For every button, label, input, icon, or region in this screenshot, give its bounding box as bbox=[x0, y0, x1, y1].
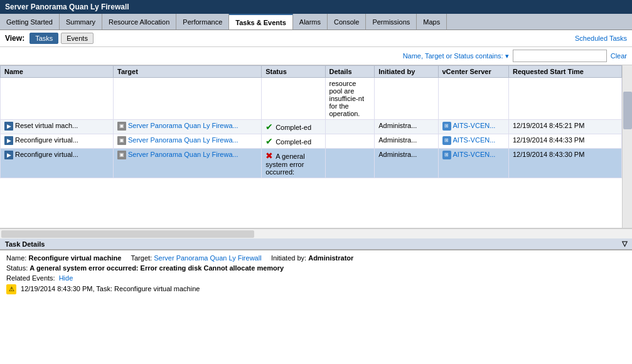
cell-target: ▣Server Panorama Quan Ly Firewa... bbox=[114, 134, 262, 149]
name-value: Reconfigure virtual machine bbox=[28, 254, 121, 262]
tab-alarms[interactable]: Alarms bbox=[293, 14, 328, 29]
hide-link[interactable]: Hide bbox=[59, 274, 73, 282]
filter-label: Name, Target or Status contains: bbox=[403, 52, 503, 60]
table-row[interactable]: ▶Reconfigure virtual...▣Server Panorama … bbox=[1, 149, 622, 178]
tab-bar: Getting StartedSummaryResource Allocatio… bbox=[0, 14, 632, 30]
hscroll-track[interactable] bbox=[1, 230, 254, 238]
cell-status: ✖ A general system error occurred: bbox=[262, 149, 325, 178]
table-body: resource pool are insufficie-nt for the … bbox=[1, 78, 622, 178]
event-icon: ⚠ bbox=[6, 284, 16, 294]
cell-status bbox=[262, 78, 325, 120]
task-details-section: Task Details ▽ Name: Reconfigure virtual… bbox=[0, 238, 632, 301]
cell-vcenter bbox=[438, 78, 509, 120]
initiated-label: Initiated by: bbox=[271, 254, 306, 262]
tab-tasks-events[interactable]: Tasks & Events bbox=[229, 14, 293, 29]
vm-icon: ▶ bbox=[4, 151, 13, 159]
cell-details bbox=[325, 120, 375, 134]
table-row[interactable]: resource pool are insufficie-nt for the … bbox=[1, 78, 622, 120]
col-header-initiated: Initiated by bbox=[375, 66, 438, 78]
tab-performance[interactable]: Performance bbox=[176, 14, 229, 29]
name-label: Name: bbox=[6, 254, 26, 262]
col-header-name: Name bbox=[1, 66, 114, 78]
tab-tasks[interactable]: Tasks bbox=[29, 33, 58, 44]
name-text: Reset virtual mach... bbox=[15, 122, 78, 129]
tab-summary[interactable]: Summary bbox=[60, 14, 102, 29]
status-ok-icon: ✔ bbox=[265, 136, 276, 146]
vm-icon: ▶ bbox=[4, 136, 13, 145]
tab-resource-allocation[interactable]: Resource Allocation bbox=[102, 14, 176, 29]
filter-bar: Name, Target or Status contains: ▾ Clear bbox=[0, 47, 632, 65]
server-icon: ▣ bbox=[117, 151, 126, 159]
tab-events[interactable]: Events bbox=[61, 33, 94, 44]
col-header-requested: Requested Start Time bbox=[509, 66, 622, 78]
status-err-icon: ✖ bbox=[265, 151, 276, 161]
title-bar: Server Panorama Quan Ly Firewall bbox=[0, 0, 632, 14]
cell-requested: 12/19/2014 8:45:21 PM bbox=[509, 120, 622, 134]
vcenter-link[interactable]: AITS-VCEN... bbox=[453, 151, 496, 158]
target-link[interactable]: Server Panorama Quan Ly Firewa... bbox=[128, 151, 238, 158]
scheduled-tasks-link[interactable]: Scheduled Tasks bbox=[575, 35, 627, 42]
cell-name: ▶Reconfigure virtual... bbox=[1, 149, 114, 178]
view-label: View: bbox=[5, 34, 24, 43]
name-text: Reconfigure virtual... bbox=[15, 151, 78, 158]
server-icon: ▣ bbox=[117, 136, 126, 145]
status-ok-icon: ✔ bbox=[265, 122, 276, 132]
tab-console[interactable]: Console bbox=[328, 14, 366, 29]
tab-maps[interactable]: Maps bbox=[417, 14, 447, 29]
col-header-status: Status bbox=[262, 66, 325, 78]
vertical-scrollbar[interactable] bbox=[622, 65, 632, 228]
task-detail-main: Name: Reconfigure virtual machine Target… bbox=[6, 254, 626, 262]
filter-dropdown[interactable]: Name, Target or Status contains: ▾ bbox=[403, 52, 509, 60]
cell-initiated: Administra... bbox=[375, 134, 438, 149]
task-event-row: ⚠ 12/19/2014 8:43:30 PM, Task: Reconfigu… bbox=[6, 284, 626, 294]
related-events-label: Related Events: bbox=[6, 274, 55, 282]
table-row[interactable]: ▶Reconfigure virtual...▣Server Panorama … bbox=[1, 134, 622, 149]
filter-dropdown-icon[interactable]: ▾ bbox=[505, 52, 509, 60]
cell-details bbox=[325, 149, 375, 178]
col-header-details: Details bbox=[325, 66, 375, 78]
event-text: 12/19/2014 8:43:30 PM, Task: Reconfigure… bbox=[21, 285, 200, 292]
vm-icon: ▶ bbox=[4, 122, 13, 131]
cell-target: ▣Server Panorama Quan Ly Firewa... bbox=[114, 120, 262, 134]
cell-target: ▣Server Panorama Quan Ly Firewa... bbox=[114, 149, 262, 178]
status-label: Status: bbox=[6, 264, 28, 272]
cell-details bbox=[325, 134, 375, 149]
cell-requested: 12/19/2014 8:44:33 PM bbox=[509, 134, 622, 149]
name-text: Reconfigure virtual... bbox=[15, 136, 78, 144]
vcenter-link[interactable]: AITS-VCEN... bbox=[453, 136, 496, 144]
tasks-table: Name Target Status Details Initiated by … bbox=[0, 65, 622, 178]
cell-vcenter: ⊞AITS-VCEN... bbox=[438, 149, 509, 178]
status-text: Complet-ed bbox=[276, 124, 311, 131]
vcenter-icon: ⊞ bbox=[442, 151, 451, 159]
cell-details: resource pool are insufficie-nt for the … bbox=[325, 78, 375, 120]
cell-target bbox=[114, 78, 262, 120]
vcenter-icon: ⊞ bbox=[442, 136, 451, 145]
cell-initiated bbox=[375, 78, 438, 120]
col-header-vcenter: vCenter Server bbox=[438, 66, 509, 78]
table-header-row: Name Target Status Details Initiated by … bbox=[1, 66, 622, 78]
clear-button[interactable]: Clear bbox=[611, 52, 627, 60]
target-link[interactable]: Server Panorama Quan Ly Firewa... bbox=[128, 122, 238, 129]
tab-getting-started[interactable]: Getting Started bbox=[0, 14, 60, 29]
cell-initiated: Administra... bbox=[375, 120, 438, 134]
cell-requested bbox=[509, 78, 622, 120]
horizontal-scrollbar[interactable] bbox=[0, 228, 632, 238]
scrollbar-thumb[interactable] bbox=[623, 92, 632, 129]
initiated-value: Administrator bbox=[308, 254, 353, 262]
filter-input[interactable] bbox=[513, 50, 607, 62]
vcenter-link[interactable]: AITS-VCEN... bbox=[453, 122, 496, 129]
tab-permissions[interactable]: Permissions bbox=[366, 14, 417, 29]
cell-status: ✔ Complet-ed bbox=[262, 134, 325, 149]
cell-initiated: Administra... bbox=[375, 149, 438, 178]
target-value[interactable]: Server Panorama Quan Ly Firewall bbox=[154, 254, 261, 262]
view-bar: View: Tasks Events Scheduled Tasks bbox=[0, 30, 632, 47]
table-scroll-container[interactable]: Name Target Status Details Initiated by … bbox=[0, 65, 622, 228]
collapse-icon[interactable]: ▽ bbox=[622, 240, 627, 248]
col-header-target: Target bbox=[114, 66, 262, 78]
table-row[interactable]: ▶Reset virtual mach...▣Server Panorama Q… bbox=[1, 120, 622, 134]
cell-vcenter: ⊞AITS-VCEN... bbox=[438, 120, 509, 134]
cell-name bbox=[1, 78, 114, 120]
task-detail-related: Related Events: Hide bbox=[6, 274, 626, 282]
target-link[interactable]: Server Panorama Quan Ly Firewa... bbox=[128, 136, 238, 144]
target-label: Target: bbox=[131, 254, 153, 262]
